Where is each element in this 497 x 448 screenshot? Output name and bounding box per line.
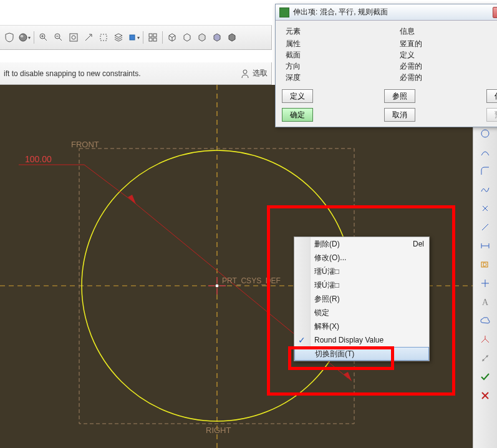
person-icon <box>240 69 250 79</box>
svg-point-17 <box>243 70 247 74</box>
separator <box>143 31 143 44</box>
ok-button[interactable]: 确定 <box>282 108 313 122</box>
plane-front-label: FRONT <box>71 140 99 149</box>
tool-arrow[interactable] <box>82 31 95 44</box>
svg-rect-14 <box>153 34 157 37</box>
svg-rect-15 <box>149 38 152 41</box>
define-button[interactable]: 定义 <box>282 89 313 103</box>
info-button[interactable]: 信息 <box>486 89 497 103</box>
select-label[interactable]: 选取 <box>253 68 268 79</box>
dialog-title: 伸出项: 混合, 平行, 规则截面 <box>293 7 493 17</box>
element-item[interactable]: 属性 <box>286 38 400 49</box>
top-toolbar: ▾ ▾ <box>0 25 272 50</box>
tool-dim-icon[interactable] <box>477 238 493 253</box>
ctx-toggle-section[interactable]: 切换剖面(T) <box>294 347 429 361</box>
svg-point-43 <box>486 356 488 358</box>
svg-line-23 <box>84 165 132 201</box>
ctx-round-display[interactable]: ✓Round Display Value <box>294 333 429 347</box>
tool-box-4[interactable] <box>210 31 224 44</box>
tool-arc-icon[interactable] <box>477 145 493 160</box>
dialog-icon <box>279 7 289 17</box>
tool-circle-icon[interactable] <box>477 126 493 141</box>
svg-text:D: D <box>483 261 487 268</box>
tool-box-1[interactable] <box>165 31 179 44</box>
svg-line-3 <box>44 38 47 41</box>
tool-trim-icon[interactable] <box>477 332 493 347</box>
preview-button: 预览 <box>486 108 497 122</box>
tool-sphere[interactable]: ▾ <box>17 31 31 44</box>
tool-box-3[interactable] <box>195 31 209 44</box>
context-menu: 删除(D)Del 修改(O)... 璢Ú瀖□ 璦Ú瀖□ 参照(R) 锁定 解释(… <box>294 236 430 361</box>
ctx-lock[interactable]: 锁定 <box>294 306 429 319</box>
info-item: 竖直的 <box>400 38 497 49</box>
info-item: 定义 <box>400 49 497 61</box>
ctx-item-3[interactable]: 璢Ú瀖□ <box>294 265 429 278</box>
tool-box-2[interactable] <box>180 31 194 44</box>
tool-grid[interactable] <box>146 31 160 44</box>
tool-check-icon[interactable] <box>477 369 493 384</box>
ctx-delete[interactable]: 删除(D)Del <box>294 237 429 251</box>
tool-spline-icon[interactable] <box>477 182 493 197</box>
tool-point-icon[interactable] <box>477 201 493 216</box>
csys-label: PRT_CSYS_DEF <box>222 276 281 285</box>
dialog-titlebar[interactable]: 伸出项: 混合, 平行, 规则截面 × <box>276 4 497 21</box>
info-text: ift to disable snapping to new constrain… <box>4 69 140 78</box>
ctx-explain[interactable]: 解释(X) <box>294 319 429 333</box>
svg-point-0 <box>19 34 27 41</box>
separator <box>34 31 34 44</box>
tool-fillet-icon[interactable] <box>477 163 493 178</box>
svg-text:A: A <box>482 298 489 307</box>
separator <box>162 31 163 44</box>
radius-dimension[interactable]: 100.00 <box>25 154 52 164</box>
tool-flag-icon[interactable]: D <box>477 257 493 272</box>
tool-zoom-in[interactable] <box>37 31 51 44</box>
tool-cancel-icon[interactable] <box>477 388 493 403</box>
col-info-header: 信息 <box>400 26 497 37</box>
svg-point-42 <box>483 359 485 361</box>
col-element-header: 元素 <box>286 26 400 37</box>
tool-slash-icon[interactable] <box>477 351 493 366</box>
tool-shield[interactable] <box>2 31 16 44</box>
cancel-button[interactable]: 取消 <box>384 108 415 122</box>
svg-point-10 <box>72 36 75 39</box>
svg-line-7 <box>59 38 62 41</box>
element-item[interactable]: 截面 <box>286 49 400 61</box>
tool-zoom-box[interactable] <box>67 31 80 44</box>
tool-coord-icon[interactable] <box>477 276 493 291</box>
svg-rect-11 <box>100 34 107 41</box>
ctx-item-4[interactable]: 璦Ú瀖□ <box>294 278 429 292</box>
tool-line-icon[interactable] <box>477 220 493 235</box>
svg-point-27 <box>215 284 219 288</box>
ctx-reference[interactable]: 参照(R) <box>294 292 429 306</box>
svg-rect-12 <box>130 35 135 40</box>
tool-layers[interactable] <box>112 31 125 44</box>
svg-rect-9 <box>70 34 77 41</box>
element-item[interactable]: 方向 <box>286 61 400 72</box>
tool-rect-dash[interactable] <box>97 31 110 44</box>
element-item[interactable]: 深度 <box>286 72 400 83</box>
info-item: 必需的 <box>400 72 497 83</box>
close-button[interactable]: × <box>493 7 497 18</box>
svg-point-29 <box>481 130 489 137</box>
check-icon: ✓ <box>298 335 306 345</box>
reference-button[interactable]: 参照 <box>384 89 415 103</box>
svg-rect-16 <box>153 38 157 41</box>
info-bar: ift to disable snapping to new constrain… <box>0 62 272 85</box>
tool-cloud-icon[interactable] <box>477 313 493 328</box>
svg-point-1 <box>21 35 24 37</box>
tool-zoom-out[interactable] <box>52 31 65 44</box>
tool-text-icon[interactable]: A <box>477 295 493 309</box>
info-item: 必需的 <box>400 61 497 72</box>
tool-box-5[interactable] <box>225 31 239 44</box>
ctx-modify[interactable]: 修改(O)... <box>294 251 429 265</box>
plane-right-label: RIGHT <box>206 426 231 435</box>
svg-rect-13 <box>149 34 152 37</box>
tool-cube-fill[interactable]: ▾ <box>127 31 140 44</box>
svg-line-32 <box>482 224 488 230</box>
blend-dialog: 伸出项: 混合, 平行, 规则截面 × 元素 属性 截面 方向 深度 信息 竖直… <box>275 4 497 127</box>
right-toolbar: D A <box>473 85 497 448</box>
